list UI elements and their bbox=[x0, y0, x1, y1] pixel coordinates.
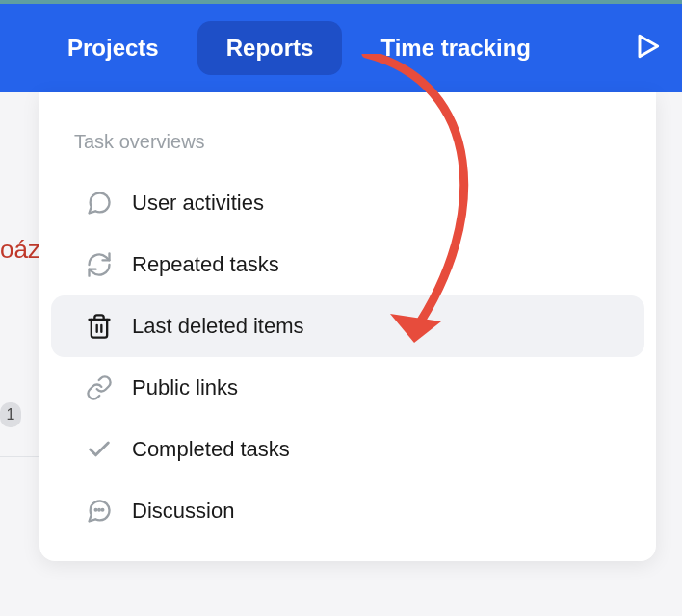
count-badge: 1 bbox=[0, 402, 21, 427]
menu-item-label: User activities bbox=[132, 191, 610, 216]
play-icon[interactable] bbox=[632, 31, 663, 65]
svg-point-4 bbox=[98, 509, 100, 511]
svg-point-3 bbox=[95, 509, 97, 511]
background-text: oáz bbox=[0, 235, 40, 265]
reports-dropdown: Task overviews User activities Repeated … bbox=[39, 92, 656, 561]
menu-item-label: Repeated tasks bbox=[132, 252, 610, 277]
menu-item-label: Discussion bbox=[132, 499, 610, 524]
svg-point-5 bbox=[102, 509, 104, 511]
menu-item-public-links[interactable]: Public links bbox=[51, 357, 644, 419]
nav-time-tracking[interactable]: Time tracking bbox=[352, 21, 560, 75]
menu-item-discussion[interactable]: Discussion bbox=[51, 480, 644, 542]
link-icon bbox=[86, 374, 113, 401]
refresh-icon bbox=[86, 251, 113, 278]
check-icon bbox=[86, 436, 113, 463]
divider-line bbox=[0, 456, 39, 457]
comment-icon bbox=[86, 190, 113, 217]
menu-item-completed-tasks[interactable]: Completed tasks bbox=[51, 419, 644, 480]
menu-item-last-deleted-items[interactable]: Last deleted items bbox=[51, 295, 644, 357]
section-title: Task overviews bbox=[39, 131, 656, 172]
menu-item-user-activities[interactable]: User activities bbox=[51, 172, 644, 234]
menu-item-label: Completed tasks bbox=[132, 437, 610, 462]
menu-item-label: Last deleted items bbox=[132, 314, 610, 339]
nav-projects[interactable]: Projects bbox=[39, 21, 188, 75]
nav-reports[interactable]: Reports bbox=[197, 21, 343, 75]
discussion-icon bbox=[86, 498, 113, 525]
main-nav-bar: Projects Reports Time tracking bbox=[0, 4, 682, 92]
menu-item-repeated-tasks[interactable]: Repeated tasks bbox=[51, 234, 644, 295]
trash-icon bbox=[86, 313, 113, 340]
svg-marker-0 bbox=[640, 36, 658, 56]
menu-item-label: Public links bbox=[132, 375, 610, 400]
